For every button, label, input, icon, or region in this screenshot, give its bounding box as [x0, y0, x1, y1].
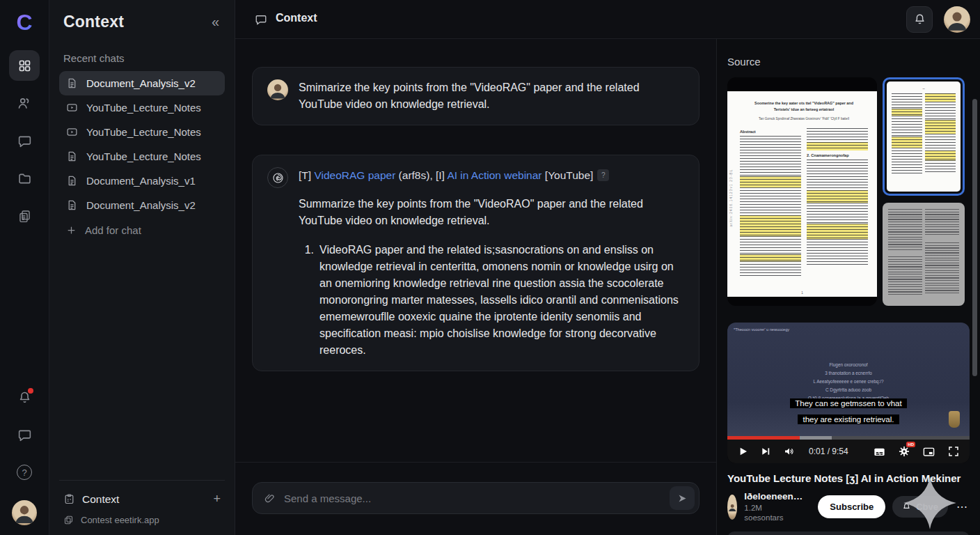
paper-text-block — [925, 102, 956, 120]
citation-mid: (arf8s), [I] — [395, 169, 447, 181]
chat-title: YouTube_Lecture_Notes — [86, 102, 201, 114]
webinar-link[interactable]: AI in Action webinar — [447, 169, 542, 181]
paper-text-block — [925, 134, 956, 150]
add-workspace-icon[interactable]: + — [213, 492, 221, 506]
paper-text-block — [740, 187, 801, 215]
source-panel-title: Source — [727, 56, 970, 68]
rail-item-files[interactable] — [9, 163, 40, 194]
rail-item-help[interactable]: ? — [9, 457, 40, 488]
workspace-link-row[interactable]: Contest eeetirk.app — [62, 509, 222, 527]
sidebar-item-chat[interactable]: YouTube_Lecture_Notes — [59, 144, 225, 169]
slide-line: C Dgyrtrtta aduoo zoob — [727, 386, 970, 394]
rail-item-feedback[interactable] — [9, 419, 40, 450]
settings-button[interactable]: HD — [898, 445, 910, 458]
fullscreen-button[interactable] — [947, 445, 960, 458]
subscribe-button[interactable]: Subscribe — [818, 495, 885, 518]
subtitles-button[interactable] — [873, 445, 886, 458]
sidebar-item-chat[interactable]: Document_Analysis_v2 — [59, 193, 225, 217]
caption-line: They can se getmssen to vhat — [790, 398, 906, 408]
paper-page: arXiv:2406.14123v1 23-BL Soomerine the k… — [727, 91, 877, 297]
more-actions-button[interactable]: ⋯ — [955, 500, 970, 513]
user-avatar[interactable] — [12, 500, 37, 525]
paper-text-block — [807, 239, 868, 267]
message-list: Smimarize the key points from the "Video… — [235, 39, 716, 462]
quality-badge: HD — [906, 442, 915, 447]
video-controls: 0:01 / 9:54 HD — [727, 440, 970, 463]
sidebar-title: Context — [63, 13, 124, 31]
highlighted-text — [740, 176, 801, 187]
notification-dot — [28, 388, 33, 394]
avatar-silhouette — [727, 495, 737, 520]
highlighted-text — [740, 254, 801, 261]
chat-title: YouTube_Lecture_Notes — [86, 150, 201, 162]
paper-text-block — [892, 116, 922, 137]
paper-preview[interactable]: arXiv:2406.14123v1 23-BL Soomerine the k… — [727, 77, 877, 306]
rail-item-people[interactable] — [9, 88, 40, 118]
citation-badge[interactable]: ? — [597, 169, 609, 181]
rail-item-chats[interactable] — [9, 125, 40, 156]
icon-rail: C ? — [0, 0, 49, 535]
paper-margin-text: arXiv:2406.14123v1 23-BL — [729, 169, 733, 227]
channel-name[interactable]: Iðeloeneen… — [744, 491, 803, 503]
add-for-chat-label: Add for chat — [85, 224, 141, 236]
sidebar-item-chat[interactable]: Document_Analysis_v1 — [59, 169, 225, 193]
miniplayer-button[interactable] — [922, 445, 935, 458]
chat-bubble-icon — [17, 428, 32, 442]
document-icon — [66, 150, 78, 162]
send-button[interactable] — [670, 486, 695, 510]
selected-page-thumbnail[interactable]: — — [883, 77, 965, 196]
plus-icon — [66, 225, 77, 235]
sidebar-item-chat[interactable]: YouTube_Lecture_Notes — [59, 95, 225, 120]
panel-scrollbar[interactable] — [972, 99, 977, 376]
user-message: Smimarize the key points from the "Video… — [252, 67, 700, 125]
workspace-row[interactable]: Context + — [62, 489, 222, 509]
user-message-text: Smimarize the key points from the "Video… — [299, 79, 684, 113]
attachment-icon[interactable] — [264, 493, 276, 504]
citation-suffix: [YouTube] — [542, 169, 594, 181]
sidebar-item-chat[interactable]: Document_Analysis_v2 — [59, 71, 225, 95]
sidebar-footer: Context + Contest eeetirk.app — [59, 480, 225, 527]
list-number: 1. — [299, 242, 314, 359]
sidebar: Context « Recent chats Document_Analysis… — [49, 0, 235, 535]
source-panel: Source arXiv:2406.14123v1 23-BL Soomerin… — [717, 39, 980, 535]
paper-link[interactable]: VideoRAG paper — [314, 169, 395, 181]
profile-avatar[interactable] — [944, 6, 970, 33]
citation-prefix: [T] — [299, 169, 314, 181]
channel-avatar[interactable] — [727, 495, 737, 520]
highlighted-text — [925, 120, 956, 134]
rail-item-notifications[interactable] — [9, 382, 40, 412]
collapse-sidebar-icon[interactable]: « — [209, 14, 222, 30]
video-captions: They can se getmssen to vhat they are ex… — [727, 394, 970, 426]
paper-page-number: 1 — [801, 291, 803, 295]
sidebar-item-chat[interactable]: YouTube_Lecture_Notes — [59, 120, 225, 144]
paper-text-block — [888, 209, 922, 251]
add-for-chat-button[interactable]: Add for chat — [59, 217, 225, 243]
rail-item-dashboard[interactable] — [9, 50, 40, 81]
message-input[interactable] — [284, 493, 661, 504]
watermark-logo — [949, 411, 960, 428]
paper-text-block — [740, 236, 801, 254]
section-heading: 2. Cnamamerongnofap — [807, 153, 868, 157]
composer — [235, 462, 716, 535]
play-button[interactable] — [737, 446, 748, 457]
recent-chats-label: Recent chats — [63, 52, 221, 64]
paper-text-block — [807, 203, 868, 224]
top-header: Context — [235, 0, 980, 39]
rail-item-library[interactable] — [9, 201, 40, 231]
paper-authors: Tan Gorsck Spndtmaf Zhasratas Grostmorv'… — [740, 117, 868, 121]
app-logo[interactable]: C — [9, 7, 40, 38]
paper-text-block — [892, 148, 922, 174]
page-title: Context — [276, 8, 317, 29]
highlighted-text — [925, 150, 956, 160]
next-button[interactable] — [760, 446, 771, 457]
notifications-button[interactable] — [906, 6, 933, 33]
video-player[interactable]: *Theoocn vuoorer' u newuocegy Flugen oxo… — [727, 323, 970, 463]
page-thumbnail[interactable] — [883, 203, 965, 306]
volume-button[interactable] — [783, 445, 796, 458]
workspace-label: Context — [82, 493, 119, 506]
video-description[interactable]: 6.6K views1 yeear agospeclimatInles, dis… — [727, 532, 970, 535]
clip-action-button[interactable]: Cbve — [892, 496, 948, 518]
message-input-wrap — [252, 482, 700, 514]
thumb-title-line: — — [892, 87, 956, 91]
clip-action-label: Cbve — [916, 502, 938, 512]
